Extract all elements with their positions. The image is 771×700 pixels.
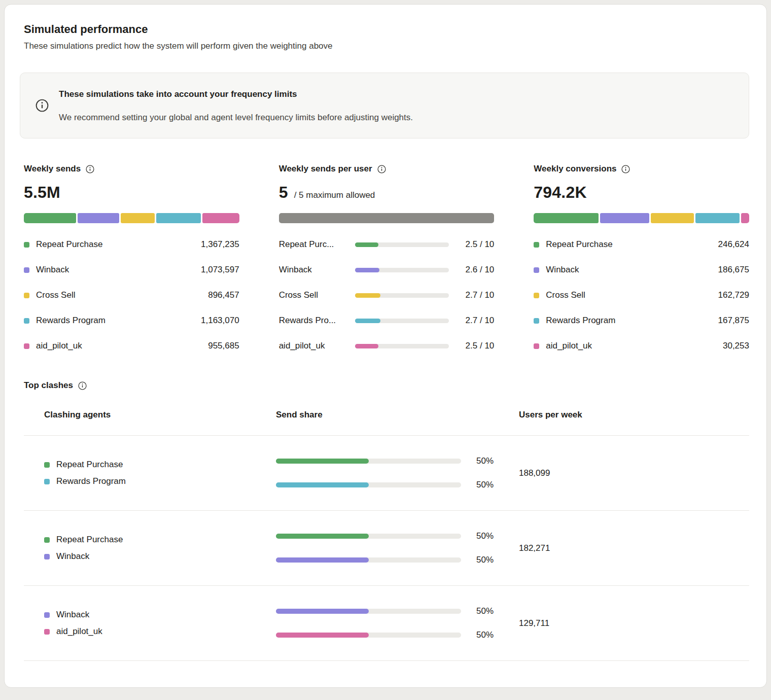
send-share-bar xyxy=(276,534,461,539)
legend-dot xyxy=(24,267,29,273)
legend-row-cross-sell: Cross Sell162,729 xyxy=(534,290,749,300)
sends-per-user-list: Repeat Purc...2.5 / 10Winback2.6 / 10Cro… xyxy=(279,239,495,351)
clash-agent-repeat-purchase: Repeat Purchase xyxy=(44,460,276,470)
send-share-fill xyxy=(276,557,369,563)
per-user-progress-fill xyxy=(355,293,380,298)
clash-row: Repeat PurchaseRewards Program50%50%188,… xyxy=(24,436,749,511)
per-user-row-aid-pilot-uk: aid_pilot_uk2.5 / 10 xyxy=(279,341,495,351)
legend-label: aid_pilot_uk xyxy=(546,341,592,351)
per-user-row-cross-sell: Cross Sell2.7 / 10 xyxy=(279,290,495,300)
clash-users-value: 182,271 xyxy=(519,543,749,553)
send-share-bar xyxy=(276,459,461,464)
legend-dot xyxy=(44,479,50,484)
send-share-bar-row: 50% xyxy=(276,606,519,616)
send-share-bar-row: 50% xyxy=(276,630,519,640)
clash-row: Winbackaid_pilot_uk50%50%129,711 xyxy=(24,586,749,661)
per-user-progress-fill xyxy=(355,268,379,272)
stacked-segment-cross-sell xyxy=(121,213,155,223)
per-user-label: Winback xyxy=(279,265,355,275)
legend-row-rewards-program: Rewards Program1,163,070 xyxy=(24,316,239,326)
send-share-fill xyxy=(276,609,369,614)
clash-agent-repeat-purchase: Repeat Purchase xyxy=(44,535,276,545)
per-user-progress-bar xyxy=(355,293,449,298)
weekly-sends-legend: Repeat Purchase1,367,235Winback1,073,597… xyxy=(24,239,239,351)
send-share-fill xyxy=(276,459,369,464)
stacked-segment-repeat-purchase xyxy=(534,213,599,223)
legend-row-winback: Winback186,675 xyxy=(534,265,749,275)
stacked-segment-aid-pilot-uk xyxy=(202,213,239,223)
send-share-bar-row: 50% xyxy=(276,531,519,541)
info-icon[interactable] xyxy=(36,87,49,124)
send-share-value: 50% xyxy=(465,531,494,541)
weekly-sends-total-row: 5.5M xyxy=(24,183,239,202)
stacked-segment-rewards-program xyxy=(695,213,740,223)
top-clashes-table-header: Clashing agents Send share Users per wee… xyxy=(24,410,749,436)
legend-value: 246,624 xyxy=(718,239,749,250)
legend-row-repeat-purchase: Repeat Purchase1,367,235 xyxy=(24,239,239,250)
legend-dot xyxy=(44,537,50,543)
send-share-bar-row: 50% xyxy=(276,555,519,565)
clash-agents-cell: Winbackaid_pilot_uk xyxy=(24,610,276,637)
legend-row-aid-pilot-uk: aid_pilot_uk955,685 xyxy=(24,341,239,351)
legend-value: 30,253 xyxy=(723,341,749,351)
weekly-conversions-legend: Repeat Purchase246,624Winback186,675Cros… xyxy=(534,239,749,351)
per-user-progress-fill xyxy=(355,319,380,323)
per-user-row-repeat-purc: Repeat Purc...2.5 / 10 xyxy=(279,239,495,250)
per-user-progress-bar xyxy=(355,319,449,323)
send-share-value: 50% xyxy=(465,480,494,490)
clash-agent-label: Winback xyxy=(56,551,89,562)
send-share-bar xyxy=(276,633,461,638)
stacked-segment-winback xyxy=(78,213,119,223)
legend-label: Winback xyxy=(36,265,69,275)
weekly-sends-per-user-panel: Weekly sends per user 5 / 5 maximum allo… xyxy=(279,164,495,351)
legend-label: Cross Sell xyxy=(546,290,585,300)
send-share-bar-row: 50% xyxy=(276,456,519,466)
legend-label: Cross Sell xyxy=(36,290,75,300)
weekly-conversions-total: 794.2K xyxy=(534,183,586,202)
legend-row-aid-pilot-uk: aid_pilot_uk30,253 xyxy=(534,341,749,351)
top-clashes-header: Top clashes xyxy=(24,380,749,391)
legend-value: 955,685 xyxy=(208,341,239,351)
weekly-sends-stacked-bar xyxy=(24,213,239,223)
send-share-cell: 50%50% xyxy=(276,606,519,640)
per-user-progress-fill xyxy=(355,344,378,348)
per-user-row-winback: Winback2.6 / 10 xyxy=(279,265,495,275)
per-user-value: 2.7 / 10 xyxy=(466,290,495,300)
info-icon[interactable] xyxy=(621,165,630,173)
per-user-value: 2.5 / 10 xyxy=(466,239,495,250)
send-share-bar xyxy=(276,609,461,614)
stacked-segment-cross-sell xyxy=(651,213,694,223)
send-share-fill xyxy=(276,482,369,487)
per-user-label: Cross Sell xyxy=(279,290,355,300)
info-icon[interactable] xyxy=(377,165,386,173)
per-user-value: 2.7 / 10 xyxy=(466,316,495,326)
metrics-section: Weekly sends 5.5M Repeat Purchase1,367,2… xyxy=(24,164,749,351)
weekly-sends-total: 5.5M xyxy=(24,183,60,202)
weekly-sends-panel: Weekly sends 5.5M Repeat Purchase1,367,2… xyxy=(24,164,239,351)
simulated-performance-card: Simulated performance These simulations … xyxy=(4,4,767,688)
clash-agents-cell: Repeat PurchaseWinback xyxy=(24,535,276,562)
clash-agent-label: aid_pilot_uk xyxy=(56,626,102,637)
clash-agent-label: Rewards Program xyxy=(56,476,126,486)
column-header-clashing-agents: Clashing agents xyxy=(24,410,276,420)
weekly-sends-per-user-total-row: 5 / 5 maximum allowed xyxy=(279,183,495,202)
info-banner-title: These simulations take into account your… xyxy=(59,88,413,100)
legend-label: Rewards Program xyxy=(36,316,106,326)
clash-users-value: 129,711 xyxy=(519,618,749,628)
weekly-conversions-total-row: 794.2K xyxy=(534,183,749,202)
send-share-bar xyxy=(276,482,461,487)
column-header-send-share: Send share xyxy=(276,410,519,420)
stacked-segment-rewards-program xyxy=(156,213,201,223)
info-icon[interactable] xyxy=(86,165,94,173)
legend-dot xyxy=(24,293,29,298)
per-user-label: Rewards Pro... xyxy=(279,316,355,326)
info-icon[interactable] xyxy=(78,381,87,390)
clash-agent-label: Repeat Purchase xyxy=(56,535,123,545)
legend-row-repeat-purchase: Repeat Purchase246,624 xyxy=(534,239,749,250)
legend-row-cross-sell: Cross Sell896,457 xyxy=(24,290,239,300)
top-clashes-rows: Repeat PurchaseRewards Program50%50%188,… xyxy=(24,436,749,661)
legend-row-winback: Winback1,073,597 xyxy=(24,265,239,275)
weekly-sends-header: Weekly sends xyxy=(24,164,239,174)
per-user-label: Repeat Purc... xyxy=(279,239,355,250)
legend-value: 1,163,070 xyxy=(201,316,239,326)
